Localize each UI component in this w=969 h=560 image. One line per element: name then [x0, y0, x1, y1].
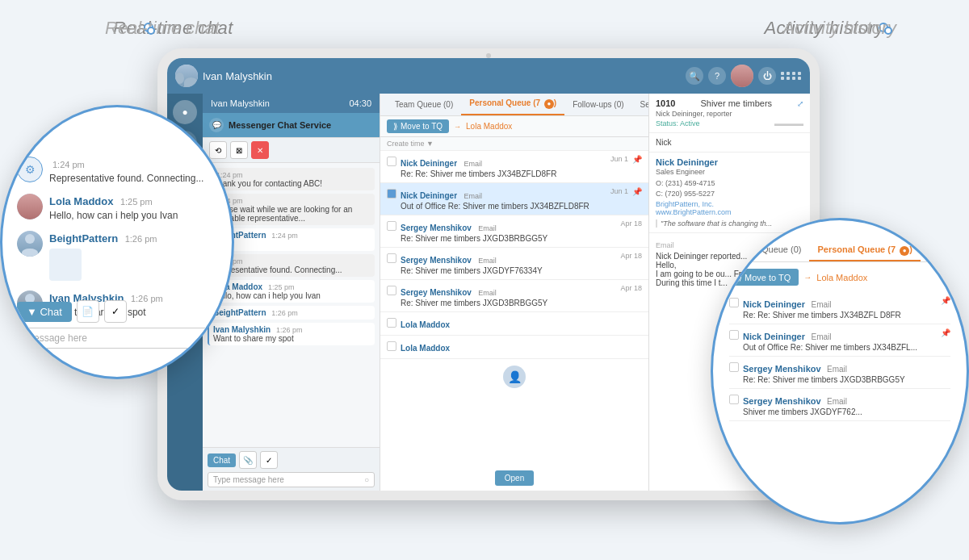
annotation-activity-history-text: Activity history — [782, 18, 896, 39]
expand-icon[interactable]: ⤢ — [797, 99, 803, 108]
annotation-real-time-chat-text: Real-time chat — [105, 18, 220, 39]
zoom-item-content: Nick Deininger Email Out of Office Re: S… — [743, 328, 937, 352]
zoom-checkbox[interactable] — [729, 330, 739, 340]
move-to-tq-button[interactable]: ⟫ Move to TQ — [387, 119, 449, 133]
tab-follow-ups[interactable]: Follow-ups (0) — [564, 95, 631, 115]
zoom-queue-item[interactable]: Sergey Menshikov Email Shiver me timbers… — [729, 389, 950, 421]
connector-dot-chat — [147, 27, 155, 35]
detail-greeting: Nick — [649, 133, 810, 152]
queue-item[interactable]: Nick Deininger Email Out of Office Re: S… — [380, 183, 648, 215]
contact-quote: "The software that is changing th... — [656, 219, 803, 228]
chat-message: BeightPattern 1:26 pm — [208, 306, 375, 320]
zoom-image-placeholder — [49, 249, 82, 281]
queue-panel: Team Queue (0) Personal Queue (7 ●) Foll… — [380, 94, 648, 491]
zoom-lola-msg: Lola Maddox 1:25 pm Hello, how can i hel… — [17, 194, 217, 221]
search-icon[interactable]: 🔍 — [686, 67, 703, 85]
arrow-icon: → — [454, 123, 461, 131]
queue-item[interactable]: Sergey Menshikov Email Re: Shiver me tim… — [380, 215, 648, 248]
zoom-tab-personal[interactable]: Personal Queue (7 ●) — [809, 240, 920, 261]
chat-check-icon[interactable]: ✓ — [260, 451, 278, 469]
chat-attach-icon[interactable]: 📎 — [239, 451, 257, 469]
queue-toolbar: ⟫ Move to TQ → Lola Maddox — [380, 116, 648, 137]
queue-tabs: Team Queue (0) Personal Queue (7 ●) Foll… — [380, 94, 648, 116]
zoom-circle-activity: Team Queue (0) Personal Queue (7 ●) ⟫ Mo… — [711, 218, 969, 524]
chat-header: Ivan Malyshkin 04:30 — [203, 94, 380, 113]
help-icon[interactable]: ? — [708, 67, 726, 85]
chat-service-name: Messenger Chat Service — [229, 120, 331, 130]
chat-button[interactable]: Chat — [208, 453, 236, 467]
queue-item-content: Sergey Menshikov Email Re: Shiver me tim… — [401, 252, 616, 275]
zoom-queue-badge: ● — [900, 246, 909, 256]
zoom-toolbar: ⟫ Move to TQ → Lola Maddox — [729, 269, 950, 286]
chat-send-icon: ○ — [364, 475, 369, 484]
zoom-agent: Lola Maddox — [816, 273, 867, 282]
queue-item-checkbox[interactable] — [387, 157, 396, 166]
zoom-lola-avatar — [17, 194, 43, 219]
zoom-chat-button[interactable]: ▼ Chat — [17, 302, 72, 322]
queue-item-checkbox[interactable] — [387, 341, 396, 351]
chat-action-end[interactable]: ✕ — [251, 141, 269, 159]
queue-item[interactable]: Nick Deininger Email Re: Re: Shiver me t… — [380, 151, 648, 183]
queue-empty-state: 👤 — [380, 359, 648, 395]
pin-icon: 📌 — [632, 187, 642, 196]
queue-item-checkbox[interactable] — [387, 221, 396, 231]
zoom-item-content: Sergey Menshikov Email Re: Re: Shiver me… — [743, 361, 950, 384]
pin-icon: 📌 — [632, 155, 642, 164]
tab-search[interactable]: Search — [632, 95, 648, 115]
tablet-screen: Ivan Malyshkin 🔍 ? ⏻ ● 💬 ⌂ ⚙ 👤 — [167, 58, 810, 491]
chat-message: Ivan Malyshkin 1:26 pm Want to share my … — [208, 323, 375, 345]
zoom-beight-msg: BeightPattern 1:26 pm — [17, 231, 217, 281]
power-icon[interactable]: ⏻ — [758, 67, 776, 85]
zoom-message-input[interactable]: message here — [17, 328, 217, 349]
zoom-msg-content: 1:24 pm Representative found. Connecting… — [49, 157, 203, 184]
chat-message: 1:24 pm Thank you for contacting ABC! — [208, 168, 375, 190]
top-bar: Ivan Malyshkin 🔍 ? ⏻ — [167, 58, 810, 94]
queue-item-checkbox[interactable] — [387, 318, 396, 328]
open-button[interactable]: Open — [495, 470, 534, 486]
queue-item-content: Sergey Menshikov Email Re: Shiver me tim… — [401, 219, 616, 243]
zoom-arrow-icon: → — [803, 273, 812, 282]
contact-role: Sales Engineer — [656, 167, 803, 178]
queue-item[interactable]: Sergey Menshikov Email Re: Shiver me tim… — [380, 248, 648, 280]
zoom-item-content: Nick Deininger Email Re: Re: Shiver me t… — [743, 296, 937, 320]
zoom-checkbox[interactable] — [729, 362, 739, 372]
tab-personal-queue[interactable]: Personal Queue (7 ●) — [461, 94, 564, 115]
chat-panel: Ivan Malyshkin 04:30 💬 Messenger Chat Se… — [203, 94, 380, 491]
detail-contact: Nick Deininger Sales Engineer O: (231) 4… — [649, 152, 810, 232]
zoom-footer-buttons: ▼ Chat 📄 ✓ — [17, 300, 217, 323]
zoom-check-icon[interactable]: ✓ — [104, 300, 127, 323]
queue-item-checkbox[interactable] — [387, 253, 396, 263]
queue-item-content: Lola Maddox — [401, 340, 642, 354]
agent-name: Ivan Malyshkin — [203, 70, 681, 82]
chat-action-transfer[interactable]: ⟲ — [209, 141, 227, 159]
queue-item-content: Nick Deininger Email Out of Office Re: S… — [401, 187, 606, 211]
chat-footer: Chat 📎 ✓ Type message here ○ — [203, 447, 380, 491]
sidebar-status-icon[interactable]: ● — [173, 100, 197, 124]
chat-action-hold[interactable]: ⊠ — [230, 141, 248, 159]
tab-team-queue[interactable]: Team Queue (0) — [387, 95, 461, 115]
queue-item-checkbox[interactable] — [387, 286, 396, 295]
zoom-chat-footer: ▼ Chat 📄 ✓ message here — [17, 300, 217, 349]
zoom-checkbox[interactable] — [729, 298, 739, 307]
zoom-queue-item[interactable]: Nick Deininger Email Re: Re: Shiver me t… — [729, 292, 950, 324]
person-icon: 👤 — [503, 366, 526, 388]
chat-input-placeholder: Type message here — [213, 475, 284, 484]
queue-item[interactable]: Sergey Menshikov Email Re: Shiver me tim… — [380, 280, 648, 312]
queue-item[interactable]: Lola Maddox — [380, 312, 648, 336]
chat-input[interactable]: Type message here ○ — [208, 472, 375, 487]
chat-contact-header: 💬 Messenger Chat Service — [203, 113, 380, 138]
queue-badge: ● — [544, 99, 554, 109]
zoom-queue-item[interactable]: Nick Deininger Email Out of Office Re: S… — [729, 324, 950, 357]
queue-item-checkbox[interactable] — [387, 189, 396, 199]
queue-item[interactable]: Lola Maddox — [380, 336, 648, 359]
zoom-circle-chat: Hi ⚙ 1:24 pm Representative found. Conne… — [0, 105, 234, 379]
zoom-checkbox[interactable] — [729, 395, 739, 404]
grid-icon[interactable] — [781, 72, 802, 80]
zoom-queue-item[interactable]: Sergey Menshikov Email Re: Re: Shiver me… — [729, 357, 950, 389]
zoom-msg-content: Lola Maddox 1:25 pm Hello, how can i hel… — [49, 194, 178, 221]
queue-item-content: Nick Deininger Email Re: Re: Shiver me t… — [401, 155, 606, 178]
detail-bars: ▬▬▬▬ — [774, 119, 803, 127]
zoom-doc-icon[interactable]: 📄 — [77, 300, 99, 323]
queue-list: Nick Deininger Email Re: Re: Shiver me t… — [380, 151, 648, 466]
chat-actions: ⟲ ⊠ ✕ — [203, 138, 380, 163]
